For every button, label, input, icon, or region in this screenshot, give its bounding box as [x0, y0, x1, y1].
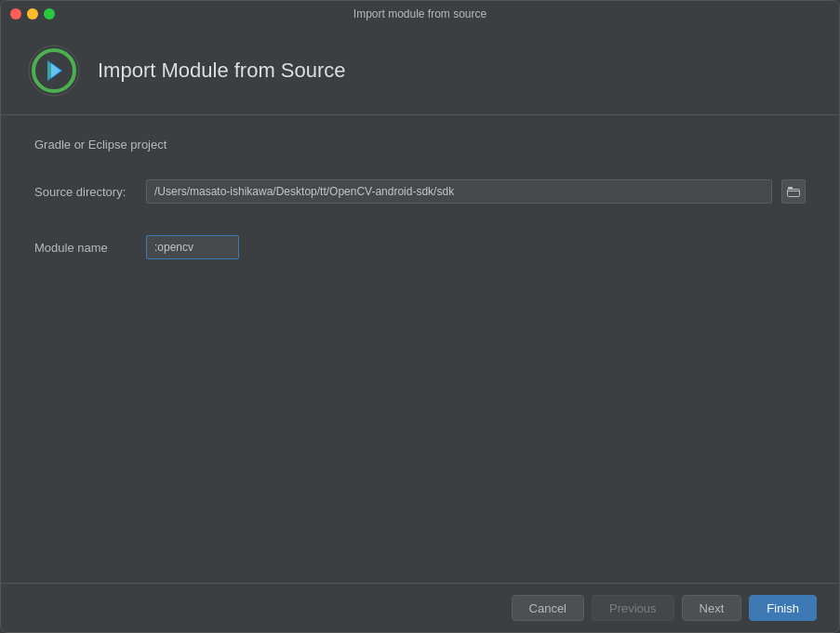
next-button[interactable]: Next — [682, 595, 742, 621]
browse-button[interactable] — [781, 179, 806, 204]
dialog-content: Gradle or Eclipse project Source directo… — [1, 115, 839, 583]
previous-button[interactable]: Previous — [592, 595, 674, 621]
finish-button[interactable]: Finish — [749, 595, 817, 621]
maximize-button[interactable] — [44, 8, 55, 20]
android-studio-logo — [27, 44, 81, 98]
dialog-footer: Cancel Previous Next Finish — [1, 583, 839, 632]
title-bar: Import module from source — [1, 1, 839, 27]
cancel-button[interactable]: Cancel — [512, 595, 584, 621]
source-directory-input[interactable] — [146, 179, 772, 204]
svg-rect-7 — [788, 187, 793, 190]
section-label: Gradle or Eclipse project — [34, 138, 806, 152]
dialog-title: Import Module from Source — [98, 59, 346, 83]
close-button[interactable] — [10, 8, 21, 20]
module-name-label: Module name — [34, 241, 137, 255]
svg-rect-6 — [788, 190, 800, 197]
main-window: Import module from source Import Module … — [0, 0, 840, 633]
window-title: Import module from source — [353, 7, 487, 20]
module-name-row: Module name — [34, 235, 806, 259]
source-directory-row: Source directory: — [34, 179, 806, 204]
module-name-input[interactable] — [146, 235, 239, 259]
source-directory-label: Source directory: — [34, 185, 137, 199]
minimize-button[interactable] — [27, 8, 38, 20]
dialog-header: Import Module from Source — [1, 27, 839, 115]
window-controls — [10, 8, 55, 20]
